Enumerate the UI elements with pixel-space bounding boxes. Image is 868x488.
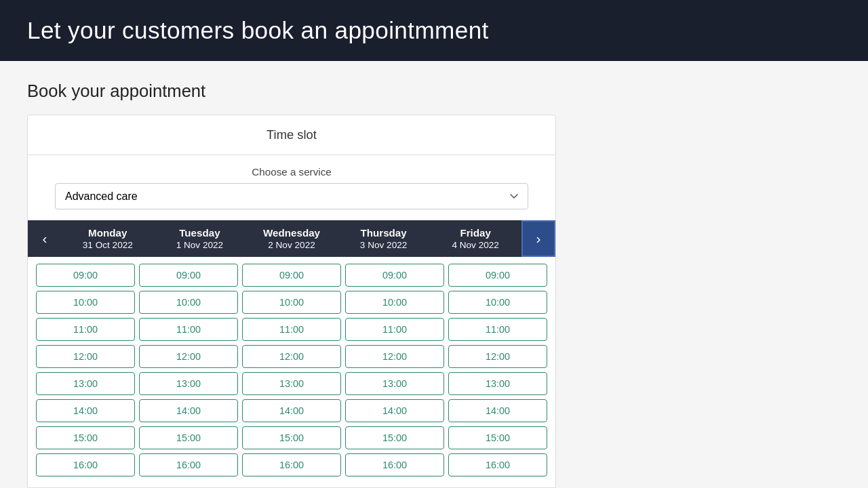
time-slot-button[interactable]: 14:00 <box>36 399 135 422</box>
time-slot-button[interactable]: 13:00 <box>448 372 547 395</box>
days-header: Monday31 Oct 2022Tuesday1 Nov 2022Wednes… <box>62 220 521 257</box>
time-slot-button[interactable]: 16:00 <box>242 453 341 476</box>
time-slot-button[interactable]: 10:00 <box>345 291 444 314</box>
day-name: Tuesday <box>158 227 242 239</box>
time-slot-button[interactable]: 10:00 <box>139 291 238 314</box>
time-slot-button[interactable]: 09:00 <box>36 264 135 287</box>
prev-week-button[interactable]: ‹ <box>28 220 62 257</box>
app-title: Let your customers book an appointmment <box>27 17 489 44</box>
day-header: Thursday3 Nov 2022 <box>338 220 430 257</box>
time-slot-button[interactable]: 11:00 <box>345 318 444 341</box>
time-slot-button[interactable]: 14:00 <box>139 399 238 422</box>
calendar-nav: ‹ Monday31 Oct 2022Tuesday1 Nov 2022Wedn… <box>28 220 555 257</box>
day-date: 1 Nov 2022 <box>158 240 242 250</box>
day-name: Friday <box>433 227 517 239</box>
time-slot-button[interactable]: 12:00 <box>36 345 135 368</box>
day-date: 3 Nov 2022 <box>342 240 426 250</box>
time-slot-button[interactable]: 13:00 <box>139 372 238 395</box>
time-row: 11:0011:0011:0011:0011:00 <box>36 318 547 341</box>
day-header: Monday31 Oct 2022 <box>62 220 154 257</box>
time-slot-button[interactable]: 15:00 <box>139 426 238 449</box>
time-slot-button[interactable]: 16:00 <box>139 453 238 476</box>
time-slot-button[interactable]: 09:00 <box>345 264 444 287</box>
time-slot-button[interactable]: 16:00 <box>448 453 547 476</box>
time-slot-button[interactable]: 12:00 <box>448 345 547 368</box>
day-name: Monday <box>66 227 150 239</box>
time-slot-button[interactable]: 16:00 <box>36 453 135 476</box>
time-row: 10:0010:0010:0010:0010:00 <box>36 291 547 314</box>
page-content: Book your appointment Time slot Choose a… <box>0 61 868 488</box>
time-slot-button[interactable]: 12:00 <box>345 345 444 368</box>
time-row: 16:0016:0016:0016:0016:00 <box>36 453 547 476</box>
time-slot-button[interactable]: 16:00 <box>345 453 444 476</box>
day-name: Thursday <box>342 227 426 239</box>
time-row: 13:0013:0013:0013:0013:00 <box>36 372 547 395</box>
day-header: Tuesday1 Nov 2022 <box>154 220 246 257</box>
time-slot-button[interactable]: 13:00 <box>345 372 444 395</box>
time-slot-button[interactable]: 10:00 <box>448 291 547 314</box>
time-slot-button[interactable]: 15:00 <box>36 426 135 449</box>
time-slot-button[interactable]: 15:00 <box>448 426 547 449</box>
day-header: Wednesday2 Nov 2022 <box>245 220 338 257</box>
service-label: Choose a service <box>55 166 528 178</box>
time-slot-button[interactable]: 11:00 <box>139 318 238 341</box>
time-slot-button[interactable]: 14:00 <box>345 399 444 422</box>
day-date: 31 Oct 2022 <box>66 240 150 250</box>
time-slot-button[interactable]: 15:00 <box>242 426 341 449</box>
time-grid: 09:0009:0009:0009:0009:0010:0010:0010:00… <box>28 257 555 487</box>
time-slot-button[interactable]: 13:00 <box>36 372 135 395</box>
time-slot-button[interactable]: 15:00 <box>345 426 444 449</box>
booking-card: Time slot Choose a service Advanced care… <box>27 115 556 488</box>
page-title: Book your appointment <box>27 81 841 101</box>
time-slot-button[interactable]: 10:00 <box>36 291 135 314</box>
time-slot-button[interactable]: 11:00 <box>36 318 135 341</box>
day-header: Friday4 Nov 2022 <box>429 220 521 257</box>
time-row: 14:0014:0014:0014:0014:00 <box>36 399 547 422</box>
time-slot-button[interactable]: 09:00 <box>448 264 547 287</box>
time-row: 09:0009:0009:0009:0009:00 <box>36 264 547 287</box>
app-header: Let your customers book an appointmment <box>0 0 868 61</box>
time-row: 15:0015:0015:0015:0015:00 <box>36 426 547 449</box>
time-slot-button[interactable]: 12:00 <box>242 345 341 368</box>
time-slot-button[interactable]: 11:00 <box>242 318 341 341</box>
time-row: 12:0012:0012:0012:0012:00 <box>36 345 547 368</box>
card-header: Time slot <box>28 115 555 155</box>
time-slot-button[interactable]: 12:00 <box>139 345 238 368</box>
day-name: Wednesday <box>250 227 334 239</box>
time-slot-button[interactable]: 09:00 <box>139 264 238 287</box>
day-date: 4 Nov 2022 <box>433 240 517 250</box>
day-date: 2 Nov 2022 <box>250 240 334 250</box>
service-section: Choose a service Advanced care Basic car… <box>28 155 555 220</box>
time-slot-button[interactable]: 10:00 <box>242 291 341 314</box>
next-week-button[interactable]: › <box>521 220 555 257</box>
time-slot-button[interactable]: 09:00 <box>242 264 341 287</box>
time-slot-button[interactable]: 11:00 <box>448 318 547 341</box>
time-slot-button[interactable]: 14:00 <box>242 399 341 422</box>
service-select[interactable]: Advanced care Basic care Standard care <box>55 183 528 209</box>
time-slot-button[interactable]: 13:00 <box>242 372 341 395</box>
time-slot-button[interactable]: 14:00 <box>448 399 547 422</box>
